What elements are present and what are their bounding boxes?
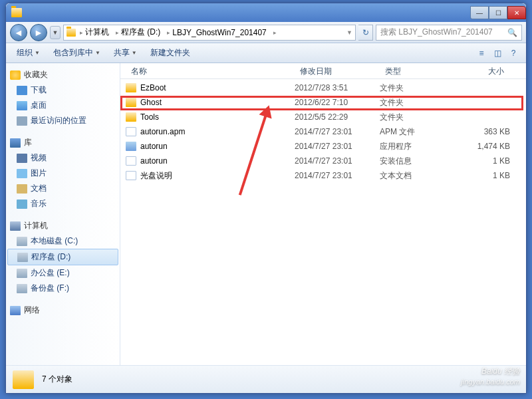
file-type: APM 文件 <box>380 126 452 138</box>
help-button[interactable]: ? <box>506 46 521 61</box>
tree-head-library[interactable]: 库 <box>7 135 118 150</box>
network-icon <box>10 306 21 315</box>
file-name: autorun <box>140 156 168 166</box>
folder-icon <box>126 83 136 92</box>
nav-sidebar[interactable]: 收藏夹 下载 桌面 最近访问的位置 库 视频 图片 文档 音乐 计算机 本地磁盘… <box>6 63 120 365</box>
annotation-highlight-box <box>120 96 523 110</box>
tree-drive-c[interactable]: 本地磁盘 (C:) <box>7 233 118 249</box>
status-bar: 7 个对象 <box>6 365 526 393</box>
file-type: 文件夹 <box>380 82 452 94</box>
file-row[interactable]: autorun2014/7/27 23:01安装信息1 KB <box>120 154 526 168</box>
search-placeholder: 搜索 LBJY_GhostWin7_201407 <box>380 27 493 38</box>
breadcrumb-dropdown-icon[interactable]: ▼ <box>346 29 352 36</box>
tree-head-favorites[interactable]: 收藏夹 <box>7 67 118 82</box>
file-date: 2012/5/5 22:29 <box>295 112 380 122</box>
minimize-button[interactable]: — <box>470 6 489 19</box>
status-folder-icon <box>13 370 34 389</box>
file-type: 文件夹 <box>380 112 452 123</box>
file-name: 光盘说明 <box>140 170 172 182</box>
txt-icon <box>126 171 136 180</box>
nav-back-button[interactable]: ◄ <box>10 24 27 41</box>
recent-icon <box>17 116 27 126</box>
new-folder-button[interactable]: 新建文件夹 <box>145 45 196 61</box>
nav-forward-button[interactable]: ► <box>30 24 47 41</box>
breadcrumb[interactable]: ▸计算机 ▸程序盘 (D:) ▸LBJY_GhostWin7_201407 ▸ … <box>63 25 356 41</box>
hdd-icon <box>17 253 28 262</box>
tree-recent[interactable]: 最近访问的位置 <box>7 113 118 128</box>
watermark: Baidu 经验 jingyan.baidu.com <box>461 360 520 386</box>
file-list-pane: 名称 修改日期 类型 大小 EzBoot2012/7/28 3:51文件夹Gho… <box>120 63 526 365</box>
tree-music[interactable]: 音乐 <box>7 196 118 211</box>
search-icon: 🔍 <box>507 28 517 37</box>
tree-videos[interactable]: 视频 <box>7 150 118 166</box>
file-type: 文本文档 <box>380 170 452 182</box>
file-icon <box>126 127 136 136</box>
file-date: 2014/7/27 23:01 <box>295 156 380 166</box>
body: 收藏夹 下载 桌面 最近访问的位置 库 视频 图片 文档 音乐 计算机 本地磁盘… <box>6 63 526 365</box>
column-headers: 名称 修改日期 类型 大小 <box>120 63 526 79</box>
maximize-button[interactable]: ☐ <box>489 6 507 19</box>
tree-documents[interactable]: 文档 <box>7 181 118 196</box>
file-size: 363 KB <box>452 127 510 136</box>
breadcrumb-segment[interactable]: ▸计算机 <box>77 25 112 39</box>
view-options-button[interactable]: ≡ <box>474 46 489 61</box>
file-date: 2014/7/27 23:01 <box>295 142 380 151</box>
file-row[interactable]: autorun2014/7/27 23:01应用程序1,474 KB <box>120 139 526 154</box>
file-row[interactable]: EzBoot2012/7/28 3:51文件夹 <box>120 80 526 95</box>
tree-drive-f[interactable]: 备份盘 (F:) <box>7 281 118 296</box>
tree-desktop[interactable]: 桌面 <box>7 98 118 113</box>
exe-icon <box>126 142 136 151</box>
document-icon <box>17 184 27 194</box>
breadcrumb-segment[interactable]: ▸LBJY_GhostWin7_201407 <box>164 27 269 39</box>
file-row[interactable]: Tools2012/5/5 22:29文件夹 <box>120 110 526 124</box>
file-size: 1 KB <box>452 171 510 180</box>
breadcrumb-end[interactable]: ▸ <box>271 28 279 37</box>
file-row[interactable]: 光盘说明2014/7/27 23:01文本文档1 KB <box>120 168 526 183</box>
include-in-library-menu[interactable]: 包含到库中▼ <box>48 45 106 61</box>
preview-pane-button[interactable]: ◫ <box>490 46 505 61</box>
tree-drive-e[interactable]: 办公盘 (E:) <box>7 265 118 281</box>
file-rows[interactable]: EzBoot2012/7/28 3:51文件夹Ghost2012/6/22 7:… <box>120 79 526 365</box>
file-type: 安装信息 <box>380 156 452 167</box>
tree-drive-d[interactable]: 程序盘 (D:) <box>7 249 118 265</box>
tree-library: 库 视频 图片 文档 音乐 <box>7 135 118 211</box>
file-name: EzBoot <box>140 83 166 92</box>
download-icon <box>17 86 27 95</box>
folder-icon <box>126 112 136 122</box>
file-date: 2012/7/28 3:51 <box>295 83 380 92</box>
refresh-button[interactable]: ↻ <box>358 25 373 41</box>
tree-network: 网络 <box>7 303 118 318</box>
col-date[interactable]: 修改日期 <box>295 63 380 78</box>
address-bar: ◄ ► ▼ ▸计算机 ▸程序盘 (D:) ▸LBJY_GhostWin7_201… <box>6 22 526 43</box>
file-date: 2014/7/27 23:01 <box>295 171 380 180</box>
window-icon <box>11 8 22 17</box>
file-size: 1 KB <box>452 156 510 166</box>
computer-icon <box>10 221 21 231</box>
tree-head-network[interactable]: 网络 <box>7 303 118 318</box>
search-input[interactable]: 搜索 LBJY_GhostWin7_201407 🔍 <box>376 25 522 41</box>
desktop-icon <box>17 101 27 110</box>
share-menu[interactable]: 共享▼ <box>108 45 142 61</box>
col-size[interactable]: 大小 <box>452 63 510 78</box>
titlebar[interactable]: — ☐ ✕ <box>6 3 526 22</box>
breadcrumb-root-icon <box>66 29 76 37</box>
hdd-icon <box>17 237 27 246</box>
tree-head-computer[interactable]: 计算机 <box>7 218 118 233</box>
col-name[interactable]: 名称 <box>126 63 295 78</box>
file-date: 2014/7/27 23:01 <box>295 127 380 136</box>
nav-history-dropdown[interactable]: ▼ <box>50 26 61 39</box>
tree-pictures[interactable]: 图片 <box>7 166 118 181</box>
star-icon <box>10 70 21 80</box>
video-icon <box>17 154 27 163</box>
hdd-icon <box>17 284 27 293</box>
tree-downloads[interactable]: 下载 <box>7 82 118 98</box>
file-row[interactable]: autorun.apm2014/7/27 23:01APM 文件363 KB <box>120 124 526 139</box>
close-button[interactable]: ✕ <box>507 6 526 19</box>
explorer-window: — ☐ ✕ ◄ ► ▼ ▸计算机 ▸程序盘 (D:) ▸LBJY_GhostWi… <box>5 3 527 394</box>
file-size: 1,474 KB <box>452 142 510 151</box>
breadcrumb-segment[interactable]: ▸程序盘 (D:) <box>113 25 163 39</box>
col-type[interactable]: 类型 <box>380 63 452 78</box>
hdd-icon <box>17 269 27 278</box>
library-icon <box>10 138 21 148</box>
organize-menu[interactable]: 组织▼ <box>11 45 45 61</box>
